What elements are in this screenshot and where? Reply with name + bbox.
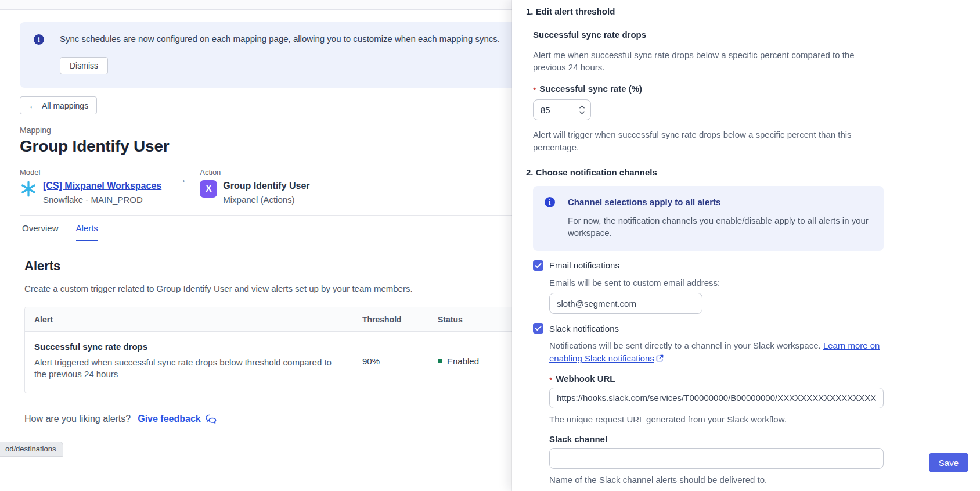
info-icon: i [34, 34, 44, 45]
section-1-heading: 1. Edit alert threshold [526, 6, 884, 17]
give-feedback-link[interactable]: Give feedback [138, 414, 217, 424]
checkbox-checked-icon[interactable] [533, 260, 543, 271]
slack-notifications-label: Slack notifications [549, 324, 619, 334]
sync-rate-label: • Successful sync rate (%) [533, 84, 884, 94]
column-header-alert: Alert [25, 307, 353, 331]
model-block: Model [CS] Mixpanel Workspaces Snowflake… [20, 168, 161, 205]
alert-row-threshold: 90% [353, 346, 428, 378]
checkbox-checked-icon[interactable] [533, 323, 543, 334]
info-icon: i [545, 197, 555, 207]
chat-bubbles-icon [205, 414, 217, 424]
external-link-icon [656, 353, 664, 365]
channel-info-box: i Channel selections apply to all alerts… [533, 186, 884, 251]
tab-overview[interactable]: Overview [22, 223, 59, 241]
number-stepper [579, 105, 585, 114]
back-arrow-icon: ← [28, 101, 37, 110]
webhook-url-input[interactable] [549, 388, 884, 408]
section-2-heading: 2. Choose notification channels [526, 167, 884, 178]
sync-rate-input-wrap [533, 99, 591, 120]
slack-notifications-checkbox-row[interactable]: Slack notifications [533, 323, 884, 334]
edit-alert-drawer: 1. Edit alert threshold Successful sync … [512, 0, 980, 491]
all-mappings-button[interactable]: ← All mappings [20, 96, 97, 114]
snowflake-icon [20, 180, 37, 198]
email-help: Emails will be sent to custom email addr… [549, 277, 884, 289]
webhook-url-label: • Webhook URL [549, 374, 884, 384]
stepper-up-button[interactable] [579, 105, 585, 109]
column-header-threshold: Threshold [353, 307, 428, 331]
sync-rate-help: Alert will trigger when successful sync … [533, 128, 884, 154]
feedback-prompt: How are you liking alerts? [24, 414, 131, 424]
status-dot-icon [438, 359, 442, 363]
drawer-alert-name: Successful sync rate drops [533, 30, 884, 40]
action-label: Action [200, 168, 309, 177]
save-button[interactable]: Save [929, 453, 968, 472]
status-badge: Enabled [447, 356, 479, 366]
tab-alerts[interactable]: Alerts [76, 223, 98, 241]
give-feedback-label: Give feedback [138, 414, 201, 424]
slack-channel-input[interactable] [549, 448, 884, 469]
action-subtitle: Mixpanel (Actions) [223, 195, 309, 205]
link-preview-tooltip: od/destinations [0, 442, 63, 457]
info-box-title: Channel selections apply to all alerts [568, 197, 872, 207]
action-block: Action X Group Identify User Mixpanel (A… [200, 168, 309, 205]
all-mappings-label: All mappings [42, 101, 88, 110]
model-subtitle: Snowflake - MAIN_PROD [43, 195, 161, 205]
required-dot-icon: • [549, 374, 552, 384]
stepper-down-button[interactable] [579, 111, 585, 114]
alert-row-description: Alert triggered when successful sync rat… [34, 357, 344, 381]
email-address-input[interactable] [549, 293, 702, 314]
required-dot-icon: • [533, 84, 536, 94]
action-name: Group Identify User [223, 180, 309, 192]
slack-channel-label: Slack channel [549, 434, 884, 444]
email-notifications-checkbox-row[interactable]: Email notifications [533, 260, 884, 271]
slack-help: Notifications will be sent directly to a… [549, 339, 884, 365]
email-notifications-label: Email notifications [549, 260, 619, 270]
model-name-link[interactable]: [CS] Mixpanel Workspaces [43, 181, 161, 191]
arrow-right-icon: → [175, 173, 187, 186]
dismiss-button[interactable]: Dismiss [60, 57, 108, 74]
mixpanel-icon: X [200, 180, 217, 198]
webhook-help: The unique request URL generated from yo… [549, 413, 884, 426]
info-box-body: For now, the notification channels you e… [568, 214, 872, 239]
drawer-alert-description: Alert me when successful sync rate drops… [533, 49, 884, 73]
alert-row-name: Successful sync rate drops [34, 342, 344, 352]
slack-channel-help: Name of the Slack channel alerts should … [549, 474, 884, 486]
model-label: Model [20, 168, 161, 177]
banner-message: Sync schedules are now configured on eac… [60, 33, 500, 45]
sync-rate-input[interactable] [541, 105, 571, 115]
